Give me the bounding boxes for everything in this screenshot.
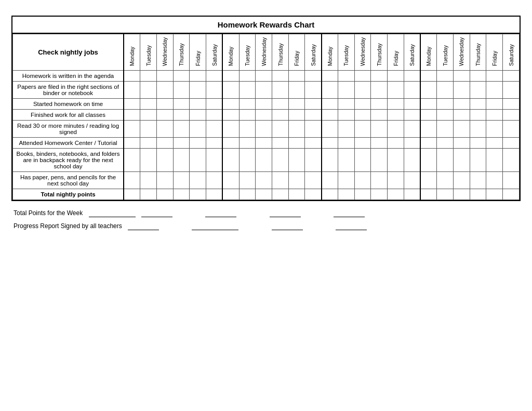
cell-row0-week0-day2[interactable] (156, 71, 173, 82)
cell-row6-week3-day3[interactable] (470, 149, 486, 172)
cell-row4-week0-day4[interactable] (190, 121, 206, 138)
cell-row5-week3-day3[interactable] (470, 138, 486, 149)
cell-row7-week3-day2[interactable] (453, 172, 470, 189)
cell-row5-week1-day3[interactable] (272, 138, 289, 149)
cell-row3-week0-day1[interactable] (140, 110, 157, 121)
cell-row7-week0-day4[interactable] (190, 172, 206, 189)
cell-row4-week0-day5[interactable] (206, 121, 223, 138)
cell-row7-week1-day1[interactable] (239, 172, 256, 189)
cell-row0-week3-day2[interactable] (453, 71, 470, 82)
cell-row8-week3-day3[interactable] (470, 189, 486, 200)
cell-row6-week0-day4[interactable] (190, 149, 206, 172)
cell-row3-week2-day3[interactable] (371, 110, 388, 121)
cell-row7-week3-day3[interactable] (470, 172, 486, 189)
cell-row5-week2-day0[interactable] (322, 138, 338, 149)
cell-row0-week0-day0[interactable] (124, 71, 140, 82)
cell-row7-week2-day5[interactable] (404, 172, 420, 189)
cell-row8-week1-day3[interactable] (272, 189, 289, 200)
cell-row2-week3-day1[interactable] (437, 99, 454, 110)
cell-row8-week0-day0[interactable] (124, 189, 140, 200)
cell-row1-week0-day5[interactable] (206, 82, 223, 99)
cell-row0-week2-day4[interactable] (388, 71, 404, 82)
cell-row4-week1-day0[interactable] (222, 121, 239, 138)
cell-row6-week3-day1[interactable] (437, 149, 454, 172)
cell-row2-week0-day2[interactable] (156, 99, 173, 110)
cell-row4-week2-day3[interactable] (371, 121, 388, 138)
cell-row0-week0-day1[interactable] (140, 71, 157, 82)
cell-row1-week0-day4[interactable] (190, 82, 206, 99)
cell-row4-week3-day3[interactable] (470, 121, 486, 138)
cell-row2-week0-day0[interactable] (124, 99, 140, 110)
cell-row8-week3-day1[interactable] (437, 189, 454, 200)
cell-row7-week0-day3[interactable] (173, 172, 190, 189)
cell-row7-week0-day2[interactable] (156, 172, 173, 189)
cell-row1-week0-day2[interactable] (156, 82, 173, 99)
cell-row0-week2-day5[interactable] (404, 71, 420, 82)
cell-row7-week2-day4[interactable] (388, 172, 404, 189)
cell-row1-week3-day0[interactable] (420, 82, 437, 99)
cell-row2-week3-day3[interactable] (470, 99, 486, 110)
cell-row2-week1-day2[interactable] (256, 99, 272, 110)
cell-row2-week1-day4[interactable] (288, 99, 305, 110)
cell-row2-week2-day4[interactable] (388, 99, 404, 110)
cell-row0-week3-day5[interactable] (503, 71, 520, 82)
cell-row1-week2-day0[interactable] (322, 82, 338, 99)
cell-row6-week2-day5[interactable] (404, 149, 420, 172)
cell-row5-week3-day5[interactable] (503, 138, 520, 149)
cell-row3-week1-day4[interactable] (288, 110, 305, 121)
cell-row1-week3-day3[interactable] (470, 82, 486, 99)
cell-row4-week0-day0[interactable] (124, 121, 140, 138)
cell-row7-week1-day3[interactable] (272, 172, 289, 189)
cell-row1-week3-day5[interactable] (503, 82, 520, 99)
cell-row7-week1-day5[interactable] (305, 172, 322, 189)
cell-row5-week3-day0[interactable] (420, 138, 437, 149)
cell-row4-week2-day0[interactable] (322, 121, 338, 138)
cell-row6-week1-day0[interactable] (222, 149, 239, 172)
cell-row7-week3-day5[interactable] (503, 172, 520, 189)
cell-row6-week1-day1[interactable] (239, 149, 256, 172)
cell-row6-week2-day2[interactable] (354, 149, 371, 172)
cell-row8-week1-day0[interactable] (222, 189, 239, 200)
cell-row8-week0-day5[interactable] (206, 189, 223, 200)
cell-row8-week2-day5[interactable] (404, 189, 420, 200)
cell-row8-week3-day2[interactable] (453, 189, 470, 200)
cell-row6-week1-day3[interactable] (272, 149, 289, 172)
cell-row0-week1-day3[interactable] (272, 71, 289, 82)
cell-row7-week1-day2[interactable] (256, 172, 272, 189)
cell-row2-week1-day3[interactable] (272, 99, 289, 110)
cell-row0-week1-day0[interactable] (222, 71, 239, 82)
cell-row3-week0-day3[interactable] (173, 110, 190, 121)
cell-row1-week2-day5[interactable] (404, 82, 420, 99)
cell-row7-week0-day5[interactable] (206, 172, 223, 189)
cell-row8-week1-day5[interactable] (305, 189, 322, 200)
cell-row7-week0-day1[interactable] (140, 172, 157, 189)
cell-row7-week1-day4[interactable] (288, 172, 305, 189)
cell-row0-week1-day4[interactable] (288, 71, 305, 82)
cell-row4-week0-day1[interactable] (140, 121, 157, 138)
cell-row2-week3-day4[interactable] (486, 99, 503, 110)
cell-row8-week0-day3[interactable] (173, 189, 190, 200)
cell-row2-week3-day0[interactable] (420, 99, 437, 110)
cell-row5-week0-day1[interactable] (140, 138, 157, 149)
cell-row0-week3-day0[interactable] (420, 71, 437, 82)
cell-row7-week2-day0[interactable] (322, 172, 338, 189)
cell-row8-week1-day1[interactable] (239, 189, 256, 200)
cell-row1-week0-day1[interactable] (140, 82, 157, 99)
cell-row4-week3-day4[interactable] (486, 121, 503, 138)
cell-row3-week3-day5[interactable] (503, 110, 520, 121)
cell-row3-week0-day4[interactable] (190, 110, 206, 121)
cell-row3-week2-day5[interactable] (404, 110, 420, 121)
cell-row1-week0-day3[interactable] (173, 82, 190, 99)
cell-row1-week1-day0[interactable] (222, 82, 239, 99)
cell-row3-week3-day3[interactable] (470, 110, 486, 121)
cell-row8-week2-day3[interactable] (371, 189, 388, 200)
cell-row2-week0-day4[interactable] (190, 99, 206, 110)
cell-row4-week2-day2[interactable] (354, 121, 371, 138)
cell-row4-week1-day3[interactable] (272, 121, 289, 138)
cell-row5-week3-day2[interactable] (453, 138, 470, 149)
cell-row1-week1-day5[interactable] (305, 82, 322, 99)
cell-row0-week0-day5[interactable] (206, 71, 223, 82)
cell-row5-week2-day4[interactable] (388, 138, 404, 149)
cell-row4-week1-day2[interactable] (256, 121, 272, 138)
cell-row4-week1-day1[interactable] (239, 121, 256, 138)
